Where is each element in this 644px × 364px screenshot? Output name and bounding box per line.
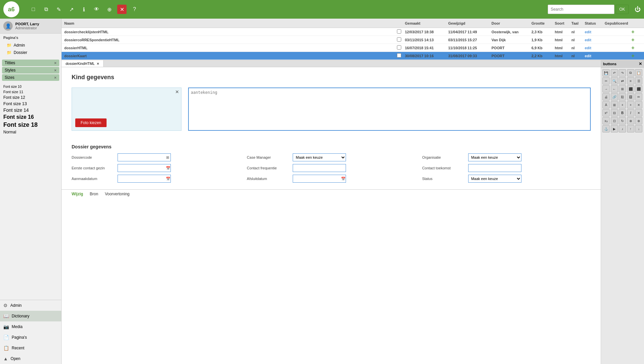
tab-close-icon[interactable]: ✕ — [97, 62, 99, 66]
file-name-2[interactable]: dossierHTML — [64, 46, 397, 50]
photo-box-close-icon[interactable]: ✕ — [175, 89, 179, 94]
calendar-icon-afsluit[interactable]: 📅 — [340, 177, 347, 181]
select-status[interactable]: Maak een keuze — [468, 175, 521, 183]
aantekening-textarea[interactable] — [188, 88, 591, 131]
btn-redo[interactable]: ↷ — [619, 69, 626, 77]
btn-align-r[interactable]: ⬛ — [635, 85, 642, 92]
input-contact-frequentie[interactable] — [293, 164, 346, 172]
search-ok-button[interactable]: OK — [616, 5, 629, 14]
search-input[interactable] — [548, 5, 614, 14]
btn-sup2[interactable]: ⊡ — [611, 117, 618, 124]
toolbar-copy-icon[interactable]: ⧉ — [41, 5, 51, 14]
file-add-1[interactable]: + — [631, 37, 641, 43]
file-check-1[interactable] — [397, 37, 405, 42]
sidebar-item-media[interactable]: 📷 Media — [0, 321, 61, 332]
file-add-0[interactable]: + — [631, 29, 641, 35]
tag-titles-close[interactable]: ✕ — [54, 61, 57, 65]
tag-sizes[interactable]: Sizes ✕ — [2, 74, 59, 81]
btn-row-add[interactable]: + — [627, 101, 634, 108]
bottom-tab-wijzig[interactable]: Wijzig — [72, 192, 83, 196]
sidebar-item-open[interactable]: ▲ Open — [0, 353, 61, 364]
file-status-3[interactable]: edit — [585, 54, 605, 58]
file-name-1[interactable]: dossiercoRRESpondentieHTML — [64, 38, 397, 42]
sidebar-item-dossier[interactable]: 📁 Dossier — [0, 49, 61, 56]
input-aanmaakdatum[interactable] — [118, 175, 164, 182]
btn-img[interactable]: 🖼 — [627, 93, 634, 100]
toolbar-info-icon[interactable]: ℹ — [79, 5, 89, 14]
btn-x2[interactable]: x² — [602, 109, 610, 116]
input-contact-toekomst[interactable] — [468, 164, 521, 172]
file-row-2[interactable]: dossierHTML 16/07/2018 15:41 11/10/2018 … — [62, 44, 644, 52]
tab-dossierKindHTML[interactable]: dossierKindHTML ✕ — [62, 60, 104, 67]
file-status-0[interactable]: edit — [585, 30, 605, 34]
btn-sub[interactable]: x₂ — [602, 117, 610, 124]
bottom-tab-voorvertoning[interactable]: Voorvertoning — [105, 192, 130, 196]
btn-italic[interactable]: I — [627, 109, 634, 116]
sidebar-item-recent[interactable]: 📋 Recent — [0, 343, 61, 353]
bottom-tab-bron[interactable]: Bron — [90, 192, 98, 196]
btn-grid[interactable]: ⊞ — [611, 101, 618, 108]
btn-up[interactable]: ↑ — [627, 125, 634, 132]
font-size-11[interactable]: Font size 11 — [3, 89, 58, 94]
file-row-0[interactable]: dossierchecklijstenHTML 12/03/2017 18:38… — [62, 28, 644, 36]
sidebar-item-admin[interactable]: 📁 Admin — [0, 42, 61, 49]
sidebar-item-admin-bottom[interactable]: ⚙ Admin — [0, 300, 61, 311]
btn-print[interactable]: 🖨 — [602, 93, 610, 100]
file-name-3[interactable]: dossierKaart — [64, 54, 397, 58]
file-check-0[interactable] — [397, 29, 405, 34]
btn-down[interactable]: ↓ — [635, 125, 642, 132]
btn-replace[interactable]: ⇄ — [619, 77, 626, 85]
calendar-icon-dossiercode[interactable]: ⊞ — [165, 155, 170, 160]
btn-table[interactable]: ⊞ — [619, 85, 626, 92]
btn-bold[interactable]: B — [619, 109, 626, 116]
file-status-2[interactable]: edit — [585, 46, 605, 50]
btn-link[interactable]: 🔗 — [611, 93, 618, 100]
btn-undo[interactable]: ↶ — [611, 69, 618, 77]
file-name-0[interactable]: dossierchecklijstenHTML — [64, 30, 397, 34]
btn-copy2[interactable]: ⧉ — [627, 69, 634, 77]
power-icon[interactable]: ⏻ — [635, 6, 641, 13]
toolbar-edit-icon[interactable]: ✎ — [54, 5, 63, 14]
app-logo[interactable]: a6 — [3, 1, 19, 17]
btn-rotate[interactable]: ↻ — [619, 117, 626, 124]
font-size-12[interactable]: Font size 12 — [3, 94, 58, 100]
font-size-18[interactable]: Font size 18 — [3, 121, 58, 129]
tag-styles-close[interactable]: ✕ — [54, 69, 57, 72]
btn-list-ol[interactable]: ≡ — [627, 77, 634, 85]
toolbar-tree-icon[interactable]: ⊕ — [105, 5, 114, 14]
btn-unlink[interactable]: ⛓ — [619, 93, 626, 100]
toolbar-square-icon[interactable]: □ — [29, 5, 38, 14]
btn-audio[interactable]: ♪ — [619, 125, 626, 132]
toolbar-close-icon[interactable]: ✕ — [117, 5, 127, 14]
file-add-2[interactable]: + — [631, 45, 641, 51]
btn-indent[interactable]: → — [602, 85, 610, 92]
input-dossiercode[interactable] — [118, 154, 165, 161]
tag-sizes-close[interactable]: ✕ — [54, 76, 57, 80]
font-size-13[interactable]: Font size 13 — [3, 100, 58, 107]
btn-cut[interactable]: ✂ — [602, 77, 610, 85]
btn-anchor[interactable]: ⚓ — [602, 125, 610, 132]
toolbar-preview-icon[interactable]: 👁 — [92, 5, 101, 14]
file-status-1[interactable]: edit — [585, 38, 605, 42]
toolbar-export-icon[interactable]: ↗ — [67, 5, 76, 14]
toolbar-help-icon[interactable]: ? — [130, 5, 139, 14]
sidebar-item-dictionary[interactable]: 📖 Dictionary — [0, 311, 61, 321]
btn-zoom[interactable]: ⊕ — [627, 117, 634, 124]
select-case-manager[interactable]: Maak een keuze — [293, 153, 346, 161]
file-check-3[interactable] — [397, 53, 405, 58]
btn-outdent[interactable]: ← — [611, 85, 618, 92]
font-size-16[interactable]: Font size 16 — [3, 113, 58, 121]
file-add-3[interactable]: + — [631, 53, 641, 59]
tag-titles[interactable]: Titties ✕ — [2, 60, 59, 66]
btn-strike[interactable]: ✕ — [635, 109, 642, 116]
btn-tb[interactable]: ⊟ — [611, 109, 618, 116]
file-row-3[interactable]: dossierKaart 30/08/2017 10:16 31/08/2017… — [62, 52, 644, 60]
font-size-14[interactable]: Font size 14 — [3, 107, 58, 113]
btn-align-l[interactable]: ⬛ — [627, 85, 634, 92]
btn-find[interactable]: 🔍 — [611, 77, 618, 85]
btn-paste[interactable]: 📋 — [635, 69, 642, 77]
btn-save[interactable]: 💾 — [602, 69, 610, 77]
foto-kiezen-button[interactable]: Foto kiezen — [75, 118, 107, 127]
calendar-icon-eerste[interactable]: 📅 — [164, 166, 172, 170]
sidebar-item-paginas[interactable]: 📄 Pagina's — [0, 332, 61, 343]
